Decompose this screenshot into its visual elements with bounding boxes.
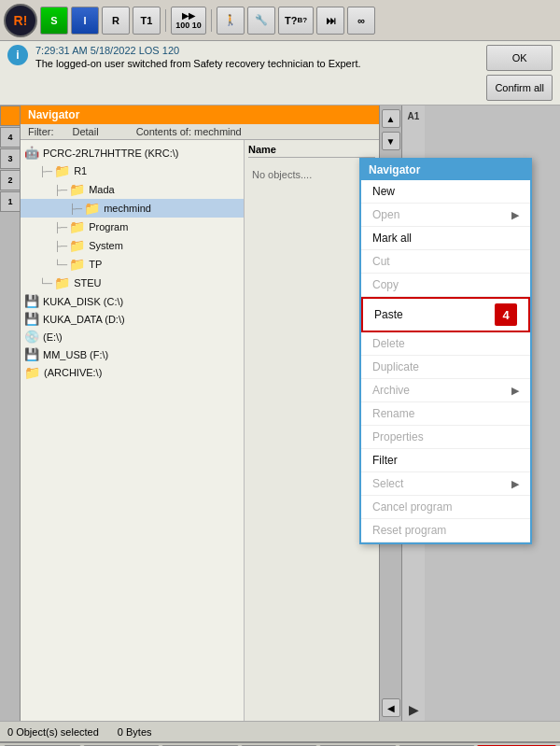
- ctx-reset-program-label: Reset program: [372, 524, 446, 537]
- ctx-properties[interactable]: Properties: [361, 426, 530, 449]
- tree-label-d: KUKA_DATA (D:\): [43, 314, 125, 325]
- ctx-paste-label: Paste: [374, 308, 403, 321]
- tree-label-archive: (ARCHIVE:\): [44, 367, 102, 378]
- bottom-toolbar: New Select Duplicate Archive Delete Open…: [0, 741, 560, 746]
- notif-msg-row: The logged-on user switched from Safety …: [35, 58, 479, 69]
- disk-icon-f: 💾: [24, 347, 39, 361]
- folder-icon-r1: 📁: [54, 163, 70, 178]
- tree-label-r1: R1: [74, 165, 87, 176]
- ctx-archive[interactable]: Archive ▶: [361, 379, 530, 402]
- disk-icon-c: 💾: [24, 294, 39, 308]
- notification-bar: i 7:29:31 AM 5/18/2022 LOS 120 The logge…: [0, 41, 560, 106]
- ctx-copy[interactable]: Copy: [361, 274, 530, 297]
- tree-item-f[interactable]: 💾 MM_USB (F:\): [21, 345, 244, 363]
- tree-label-e: (E:\): [43, 331, 63, 343]
- folder-icon-tp: 📁: [69, 257, 85, 272]
- left-tab-3[interactable]: 3: [0, 148, 21, 169]
- btn-r[interactable]: R: [102, 7, 130, 35]
- skip-btn[interactable]: ⏭: [316, 7, 344, 35]
- ctx-rename[interactable]: Rename: [361, 402, 530, 426]
- tool-btn[interactable]: 🔧: [247, 7, 275, 35]
- tree-item-mechmind[interactable]: ├─ 📁 mechmind: [21, 199, 244, 218]
- tree-label-system: System: [89, 240, 123, 251]
- folder-icon-mechmind: 📁: [84, 201, 100, 216]
- folder-icon-archive: 📁: [24, 365, 40, 380]
- logo-button[interactable]: R!: [4, 4, 37, 37]
- ctx-open-label: Open: [372, 208, 399, 221]
- tree-item-steu[interactable]: └─ 📁 STEU: [21, 274, 244, 292]
- tree-label-steu: STEU: [74, 277, 101, 289]
- notif-message: The logged-on user switched from Safety …: [35, 58, 361, 69]
- notif-time-row: 7:29:31 AM 5/18/2022 LOS 120: [35, 45, 479, 56]
- btn-s[interactable]: S: [40, 7, 68, 35]
- tree-label-mada: Mada: [89, 184, 115, 195]
- folder-icon-mada: 📁: [69, 182, 85, 197]
- left-tabs: 4 3 2 1: [0, 106, 21, 721]
- left-tab-4[interactable]: 4: [0, 127, 21, 148]
- ctx-new-label: New: [372, 185, 395, 198]
- top-toolbar: R! S I R T1 ▶▶ 100 10 🚶 🔧 T?B? ⏭ ∞: [0, 0, 560, 41]
- navigator-panel: Navigator Filter: Detail Contents of: me…: [21, 106, 380, 721]
- ctx-new[interactable]: New: [361, 180, 530, 204]
- btn-i[interactable]: I: [71, 7, 99, 35]
- ctx-mark-all-label: Mark all: [372, 232, 412, 245]
- tree-item-e[interactable]: 💿 (E:\): [21, 328, 244, 345]
- left-tab-1[interactable]: 1: [0, 191, 21, 212]
- left-tab-0[interactable]: [0, 106, 21, 126]
- ctx-select-label: Select: [372, 477, 403, 490]
- tree-item-r1[interactable]: ├─ 📁 R1: [21, 162, 244, 180]
- context-menu: Navigator New Open ▶ Mark all Cut Copy P…: [359, 158, 532, 544]
- ctx-cut[interactable]: Cut: [361, 250, 530, 274]
- ctx-duplicate[interactable]: Duplicate: [361, 356, 530, 379]
- tree-label-program: Program: [89, 221, 128, 232]
- tree-item-program[interactable]: ├─ 📁 Program: [21, 218, 244, 236]
- right-arrow-btn[interactable]: ▶: [409, 702, 419, 721]
- folder-icon-system: 📁: [69, 238, 85, 253]
- tree-item-system[interactable]: ├─ 📁 System: [21, 236, 244, 255]
- context-menu-header: Navigator: [361, 160, 530, 180]
- status-bytes: 0 Bytes: [118, 726, 152, 738]
- ctx-select[interactable]: Select ▶: [361, 472, 530, 496]
- nav-left-btn[interactable]: ◀: [382, 698, 400, 717]
- ctx-cancel-program[interactable]: Cancel program: [361, 496, 530, 519]
- filter-value: Detail: [73, 126, 99, 137]
- label-a1: A1: [406, 109, 422, 123]
- navigator-header: Navigator: [21, 106, 379, 124]
- ctx-mark-all[interactable]: Mark all: [361, 227, 530, 250]
- speed-button[interactable]: ▶▶ 100 10: [171, 7, 206, 35]
- folder-icon-program: 📁: [69, 219, 85, 234]
- ctx-archive-arrow: ▶: [511, 385, 519, 397]
- cdrom-icon-e: 💿: [24, 330, 39, 344]
- tree-pane[interactable]: 🤖 PCRC-2RL7HHTTRE (KRC:\) ├─ 📁 R1 ├─ 📁 M…: [21, 140, 245, 721]
- t-btn[interactable]: T?B?: [278, 7, 314, 35]
- btn-t1[interactable]: T1: [133, 7, 161, 35]
- tree-item-mada[interactable]: ├─ 📁 Mada: [21, 180, 244, 199]
- scroll-up-btn[interactable]: ▲: [382, 109, 400, 128]
- ctx-filter[interactable]: Filter: [361, 449, 530, 472]
- tree-item-krc[interactable]: 🤖 PCRC-2RL7HHTTRE (KRC:\): [21, 144, 244, 162]
- ctx-paste[interactable]: Paste 4: [361, 297, 530, 332]
- tree-item-archive[interactable]: 📁 (ARCHIVE:\): [21, 363, 244, 382]
- robot-icon: 🤖: [24, 146, 39, 160]
- ctx-cut-label: Cut: [372, 255, 390, 268]
- tree-item-tp[interactable]: └─ 📁 TP: [21, 255, 244, 274]
- ctx-reset-program[interactable]: Reset program: [361, 519, 530, 542]
- inf-btn[interactable]: ∞: [347, 7, 375, 35]
- tree-item-d[interactable]: 💾 KUKA_DATA (D:\): [21, 310, 244, 328]
- ctx-delete-label: Delete: [372, 337, 405, 350]
- tree-item-c[interactable]: 💾 KUKA_DISK (C:\): [21, 292, 244, 310]
- tree-label-krc: PCRC-2RL7HHTTRE (KRC:\): [43, 148, 178, 159]
- scroll-down-btn[interactable]: ▼: [382, 132, 400, 150]
- ok-button[interactable]: OK: [486, 45, 553, 71]
- tree-label-mechmind: mechmind: [104, 203, 151, 214]
- ctx-open[interactable]: Open ▶: [361, 204, 530, 227]
- sep1: [165, 9, 166, 32]
- notification-content: 7:29:31 AM 5/18/2022 LOS 120 The logged-…: [35, 45, 479, 69]
- confirm-all-button[interactable]: Confirm all: [486, 75, 553, 101]
- ctx-delete[interactable]: Delete: [361, 332, 530, 356]
- status-bar: 0 Object(s) selected 0 Bytes: [0, 721, 560, 741]
- main-area: 4 3 2 1 Navigator Filter: Detail Content…: [0, 106, 560, 721]
- left-tab-2[interactable]: 2: [0, 170, 21, 190]
- disk-icon-d: 💾: [24, 312, 39, 326]
- walk-btn[interactable]: 🚶: [217, 7, 245, 35]
